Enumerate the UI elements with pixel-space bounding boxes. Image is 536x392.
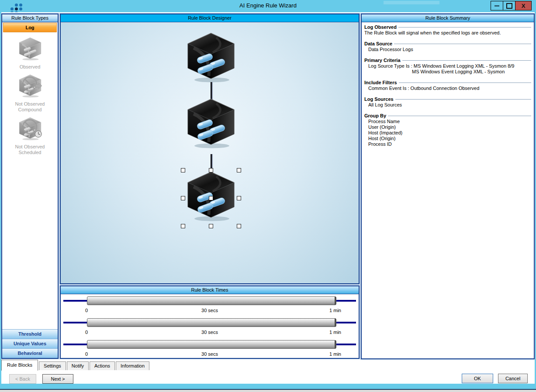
slider-3-max-label: 1 min (329, 351, 341, 357)
rule-block-designer-header: Rule Block Designer (61, 14, 359, 22)
rule-block-summary-body: Log Observed The Rule Block will signal … (362, 22, 534, 358)
rule-block-summary-header: Rule Block Summary (362, 14, 534, 22)
selection-handle[interactable] (209, 224, 213, 228)
section-title: Log Sources (364, 96, 531, 102)
list-item-not-observed-compound[interactable]: Not Observed Compound (3, 74, 57, 113)
log-rule-block-type-list: Observed Not Observed Compound (3, 33, 57, 329)
titlebar: AI Engine Rule Wizard X (0, 0, 536, 12)
rule-block-types-panel: Rule Block Types Log Observed Not Observ… (1, 14, 59, 359)
observed-cube-icon (18, 37, 42, 61)
selection-handle[interactable] (181, 224, 185, 228)
rule-block-times-header: Rule Block Times (61, 286, 359, 294)
section-line: Host (Origin) (364, 136, 531, 141)
list-item-label: Not Observed Compound (10, 101, 50, 113)
section-line: Process Name (364, 119, 531, 124)
slider-3-mid-label: 30 secs (61, 351, 359, 357)
minimize-button[interactable] (491, 1, 503, 10)
window-title: AI Engine Rule Wizard (0, 2, 536, 9)
time-slider-3[interactable] (87, 340, 336, 349)
rule-type-behavioral-button[interactable]: Behavioral (2, 348, 58, 358)
cancel-button[interactable]: Cancel (498, 374, 528, 383)
section-line: The Rule Block will signal when the spec… (364, 30, 531, 36)
summary-section-log-observed: Log Observed The Rule Block will signal … (364, 24, 531, 36)
slider-2-max-label: 1 min (329, 330, 341, 335)
slider-1-mid-label: 30 secs (61, 308, 359, 313)
selection-handle[interactable] (209, 168, 213, 172)
tab-actions[interactable]: Actions (90, 361, 115, 370)
rule-block-cube-1[interactable] (185, 32, 237, 83)
slider-2-mid-label: 30 secs (61, 330, 359, 335)
section-line: All Log Sources (364, 102, 531, 108)
designer-canvas[interactable] (61, 22, 359, 283)
list-item-label: Observed (3, 64, 57, 70)
tab-rule-blocks[interactable]: Rule Blocks (1, 360, 38, 371)
section-line: Process ID (364, 141, 531, 147)
not-observed-compound-icon (18, 74, 42, 98)
slider-1-max-label: 1 min (329, 308, 341, 313)
ok-button[interactable]: OK (462, 374, 493, 383)
wizard-tabs: Rule Blocks Settings Notify Actions Info… (1, 359, 150, 370)
ai-engine-rule-wizard-window: AI Engine Rule Wizard X Rule Block Types… (0, 0, 536, 392)
section-title: Include Filters (364, 80, 531, 86)
rule-type-log-button[interactable]: Log (3, 23, 57, 32)
time-slider-1[interactable] (87, 296, 336, 305)
rule-block-designer-panel: Rule Block Designer (60, 14, 360, 284)
section-line: Data Processor Logs (364, 47, 531, 52)
maximize-button[interactable] (503, 1, 515, 10)
section-title: Primary Criteria (364, 58, 531, 63)
not-observed-scheduled-icon (18, 117, 42, 141)
close-icon: X (522, 3, 526, 9)
time-slider-2[interactable] (87, 318, 336, 327)
tab-notify[interactable]: Notify (67, 361, 89, 370)
rule-block-types-header: Rule Block Types (2, 14, 58, 22)
close-button[interactable]: X (515, 1, 532, 10)
summary-section-primary-criteria: Primary Criteria Log Source Type Is : MS… (364, 58, 531, 75)
summary-section-data-source: Data Source Data Processor Logs (364, 41, 531, 52)
selection-handle[interactable] (181, 168, 185, 172)
section-line: Log Source Type Is : MS Windows Event Lo… (364, 63, 531, 69)
rule-block-times-panel: Rule Block Times 0 30 secs 1 min 0 30 se… (60, 285, 360, 359)
section-title: Data Source (364, 41, 531, 47)
section-line: Common Event Is : Outbound Connection Ob… (364, 86, 531, 91)
tab-information[interactable]: Information (116, 361, 149, 370)
rule-type-unique-values-button[interactable]: Unique Values (2, 339, 58, 348)
list-item-not-observed-scheduled[interactable]: Not Observed Scheduled (3, 117, 57, 155)
summary-section-group-by: Group By Process Name User (Origin) Host… (364, 113, 531, 147)
selection-handle[interactable] (237, 168, 241, 172)
section-title: Group By (364, 113, 531, 119)
section-title: Log Observed (364, 24, 531, 30)
tab-settings[interactable]: Settings (39, 361, 66, 370)
section-line: MS Windows Event Logging XML - Sysmon (364, 69, 531, 75)
summary-section-include-filters: Include Filters Common Event Is : Outbou… (364, 80, 531, 91)
section-line: Host (Impacted) (364, 130, 531, 136)
rule-block-summary-panel: Rule Block Summary Log Observed The Rule… (361, 14, 535, 359)
list-item-observed[interactable]: Observed (3, 37, 57, 70)
summary-section-log-sources: Log Sources All Log Sources (364, 96, 531, 108)
next-button[interactable]: Next > (42, 374, 73, 384)
rule-block-cube-2[interactable] (185, 98, 237, 149)
rule-type-threshold-button[interactable]: Threshold (2, 329, 58, 339)
titlebar-highlight (384, 1, 439, 4)
selection-handle[interactable] (237, 196, 241, 200)
list-item-label: Not Observed Scheduled (10, 144, 50, 155)
maximize-icon (506, 3, 512, 9)
minimize-icon (495, 5, 499, 7)
window-bottom-edge (0, 390, 536, 392)
section-line: User (Origin) (364, 124, 531, 130)
selection-handle[interactable] (237, 224, 241, 228)
selection-handle[interactable] (209, 196, 213, 200)
back-button[interactable]: < Back (9, 374, 36, 384)
selection-handle[interactable] (181, 196, 185, 200)
